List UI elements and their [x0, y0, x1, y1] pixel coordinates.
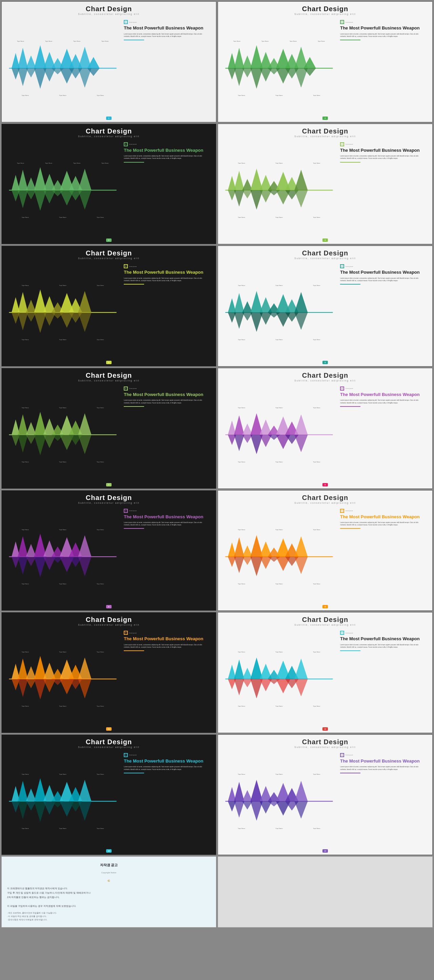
slide-title-8: Chart Design [223, 372, 428, 379]
chart-svg-11 [6, 654, 119, 705]
content-heading-2: The Most Powerfull Business Weapon [340, 25, 424, 31]
page-badge-5: 5 [106, 361, 112, 364]
svg-marker-217 [251, 657, 263, 679]
svg-marker-2 [18, 48, 28, 68]
content-body-6: Lorem ipsum dolor sit amet, consectetur … [340, 277, 424, 282]
content-heading-13: The Most Powerfull Business Weapon [124, 759, 208, 764]
chart-svg-3 [6, 165, 119, 216]
content-area-2: C lorem ipsum The Most Powerfull Busines… [338, 17, 424, 119]
content-body-5: Lorem ipsum dolor sit amet, consectetur … [124, 277, 208, 282]
svg-marker-136 [78, 434, 91, 454]
content-body-12: Lorem ipsum dolor sit amet, consectetur … [340, 644, 424, 648]
slide-header-1: Chart Design Subtitle, consectetur adipi… [6, 5, 211, 15]
svg-marker-117 [294, 313, 308, 330]
chart-area-4: Topic Name Topic Name Topic Name [223, 140, 335, 242]
accent-line-4 [340, 162, 361, 162]
svg-marker-33 [234, 68, 244, 86]
svg-marker-91 [18, 313, 28, 331]
svg-marker-269 [294, 801, 308, 818]
svg-marker-83 [26, 300, 36, 313]
slide-subtitle-5: Subtitle, consectetur adipiscing elit [6, 257, 211, 259]
page-badge-11: 11 [106, 727, 112, 731]
slide-title-13: Chart Design [6, 738, 211, 746]
svg-marker-167 [18, 557, 28, 575]
content-heading-5: The Most Powerfull Business Weapon [124, 270, 208, 275]
svg-marker-139 [234, 415, 244, 434]
chart-area-5: Topic Name Topic Name Topic Name [6, 261, 119, 363]
svg-marker-207 [34, 679, 46, 699]
svg-marker-165 [78, 535, 91, 557]
content-heading-6: The Most Powerfull Business Weapon [340, 270, 424, 275]
content-heading-12: The Most Powerfull Business Weapon [340, 636, 424, 641]
accent-line-2 [340, 40, 361, 40]
chart-area-8: Topic Name Topic Name Topic Name [223, 384, 335, 486]
logo-10: C [340, 509, 344, 513]
slide-subtitle-9: Subtitle, consectetur adipiscing elit [6, 502, 211, 504]
chart-svg-8 [223, 409, 335, 460]
svg-marker-129 [18, 434, 28, 453]
svg-marker-186 [234, 557, 244, 573]
svg-marker-45 [26, 178, 36, 190]
chart-area-13: Topic Name Topic Name Topic Name [6, 750, 119, 852]
content-area-14: C lorem ipsum The Most Powerfull Busines… [338, 750, 424, 852]
chart-svg-9 [6, 531, 119, 582]
chart-area-9: Topic Name Topic Name Topic Name [6, 506, 119, 608]
content-heading-11: The Most Powerfull Business Weapon [124, 636, 208, 641]
accent-line-13 [124, 773, 144, 773]
svg-marker-25 [251, 45, 263, 68]
slide-subtitle-14: Subtitle, consectetur adipiscing elit [223, 746, 428, 748]
logo-5: C [124, 264, 128, 268]
slide-subtitle-11: Subtitle, consectetur adipiscing elit [6, 624, 211, 626]
chart-area-6: Topic Name Topic Name Topic Name [223, 261, 335, 363]
content-area-10: C lorem ipsum The Most Powerfull Busines… [338, 506, 424, 608]
content-body-8: Lorem ipsum dolor sit amet, consectetur … [340, 399, 424, 404]
svg-marker-70 [294, 170, 308, 190]
slide-grid: Chart Design Subtitle, consectetur adipi… [0, 0, 434, 856]
slide-title-12: Chart Design [223, 616, 428, 624]
content-area-9: C lorem ipsum The Most Powerfull Busines… [122, 506, 208, 608]
content-heading-9: The Most Powerfull Business Weapon [124, 514, 208, 520]
logo-7: C [124, 387, 128, 391]
svg-marker-193 [294, 557, 308, 574]
content-area-8: C lorem ipsum The Most Powerfull Busines… [338, 384, 424, 486]
slide-title-2: Chart Design [223, 5, 428, 13]
logo-11: C [124, 631, 128, 635]
info-body-text: 이 프레젠테이션 템플릿의 저작권은 제작사에게 있습니다. 구입 후 개인 및… [7, 886, 211, 908]
svg-marker-262 [234, 801, 244, 818]
info-title: 자작권 공고 [7, 862, 211, 868]
content-area-13: C lorem ipsum The Most Powerfull Busines… [122, 750, 208, 852]
slide-11: Chart Design Subtitle, consectetur adipi… [2, 612, 216, 733]
svg-marker-188 [251, 557, 263, 576]
chart-svg-5 [6, 287, 119, 338]
svg-marker-241 [78, 780, 91, 801]
svg-marker-160 [34, 534, 46, 557]
svg-marker-226 [251, 679, 263, 698]
chart-area-7: Topic Name Topic Name Topic Name [6, 384, 119, 486]
logo-12: C [340, 631, 344, 635]
slide-subtitle-7: Subtitle, consectetur adipiscing elit [6, 379, 211, 382]
content-body-4: Lorem ipsum dolor sit amet, consectetur … [340, 155, 424, 159]
svg-marker-23 [234, 48, 244, 68]
slide-subtitle-2: Subtitle, consectetur adipiscing elit [223, 13, 428, 15]
svg-marker-120 [18, 414, 28, 434]
svg-marker-243 [18, 801, 28, 819]
slide-title-1: Chart Design [6, 5, 211, 13]
content-heading-10: The Most Powerfull Business Weapon [340, 514, 424, 520]
page-badge-7: 7 [106, 483, 112, 487]
content-body-1: Lorem ipsum dolor sit amet, consectetur … [124, 33, 208, 38]
svg-marker-84 [34, 290, 46, 313]
chart-svg-12 [223, 654, 335, 705]
slide-2: Chart Design Subtitle, consectetur adipi… [218, 2, 432, 122]
page-badge-14: 14 [322, 849, 328, 853]
chart-svg-14 [223, 776, 335, 827]
empty-bottom-right [218, 856, 432, 928]
chart-svg-7 [6, 409, 119, 460]
svg-marker-127 [78, 413, 91, 434]
info-gold-symbol: ⊂ [107, 879, 110, 883]
svg-marker-174 [78, 557, 91, 576]
slide-title-7: Chart Design [6, 372, 211, 379]
chart-svg-13 [6, 776, 119, 827]
logo-4: C [340, 142, 344, 146]
content-heading-3: The Most Powerfull Business Weapon [124, 148, 208, 153]
page-badge-9: 9 [106, 605, 112, 608]
